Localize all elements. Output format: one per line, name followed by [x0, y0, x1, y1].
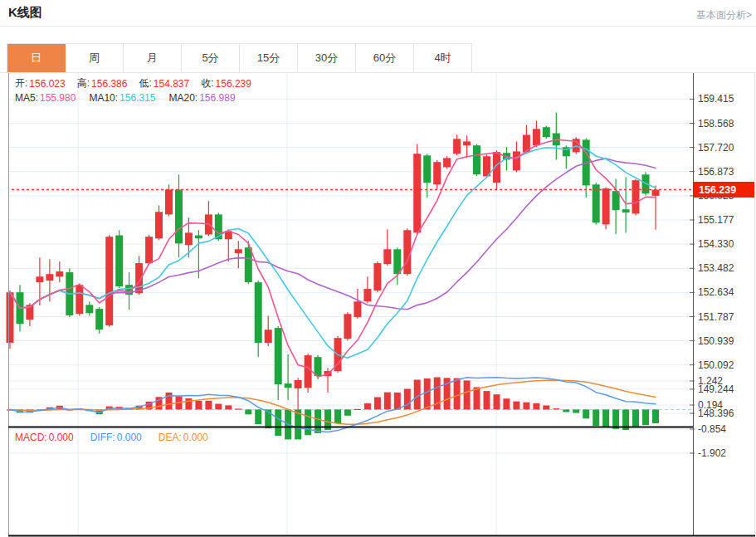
svg-text:152.634: 152.634 — [698, 286, 734, 298]
ma-info-row: MA5:155.980 MA10:156.315 MA20:156.989 — [15, 92, 236, 104]
ma5-value: MA5:155.980 — [15, 92, 76, 104]
svg-text:158.568: 158.568 — [698, 118, 734, 129]
kline-chart-area: 159.415158.568157.720156.873156.025155.1… — [0, 73, 756, 537]
open-value: 开:156.023 — [15, 76, 66, 90]
tab-15min[interactable]: 15分 — [240, 44, 298, 72]
price-axis: 159.415158.568157.720156.873156.025155.1… — [690, 93, 734, 459]
close-value: 收:156.239 — [201, 76, 251, 90]
svg-text:-0.854: -0.854 — [698, 423, 726, 435]
tab-day[interactable]: 日 — [7, 44, 66, 72]
svg-text:156.873: 156.873 — [698, 166, 734, 178]
tab-4hour[interactable]: 4时 — [414, 44, 472, 72]
tab-60min[interactable]: 60分 — [356, 44, 414, 72]
tab-week[interactable]: 周 — [66, 44, 124, 72]
current-price-badge: 156.239 — [694, 182, 754, 198]
high-value: 高:156.386 — [77, 76, 128, 90]
fundamental-analysis-link[interactable]: 基本面分析> — [696, 8, 752, 22]
macd-value: MACD:0.000 — [15, 432, 74, 443]
period-tab-bar: 日 周 月 5分 15分 30分 60分 4时 — [7, 43, 472, 72]
dea-value: DEA:0.000 — [159, 432, 208, 443]
svg-text:150.939: 150.939 — [698, 335, 734, 347]
svg-text:150.092: 150.092 — [698, 359, 734, 371]
svg-text:153.482: 153.482 — [698, 262, 734, 274]
tab-30min[interactable]: 30分 — [298, 44, 356, 72]
tab-5min[interactable]: 5分 — [182, 44, 240, 72]
ma20-value: MA20:156.989 — [168, 92, 235, 104]
svg-text:157.720: 157.720 — [698, 142, 734, 154]
svg-text:155.177: 155.177 — [698, 214, 734, 226]
page-title: K线图 — [8, 5, 42, 21]
kline-chart-canvas[interactable]: 159.415158.568157.720156.873156.025155.1… — [0, 73, 756, 537]
title-divider — [0, 26, 756, 27]
tab-month[interactable]: 月 — [124, 44, 182, 72]
svg-text:154.330: 154.330 — [698, 238, 734, 250]
macd-histogram — [7, 378, 659, 440]
svg-text:159.415: 159.415 — [698, 93, 734, 105]
svg-text:151.787: 151.787 — [698, 311, 734, 323]
candles-layer — [7, 112, 660, 413]
ma10-value: MA10:156.315 — [89, 92, 155, 104]
ohlc-info-row: 开:156.023 高:156.386 低:154.837 收:156.239 — [15, 76, 251, 90]
svg-text:-1.902: -1.902 — [698, 447, 726, 459]
macd-info-row: MACD:0.000 DIFF:0.000 DEA:0.000 — [15, 432, 208, 443]
svg-text:156.239: 156.239 — [699, 184, 736, 196]
svg-text:1.242: 1.242 — [698, 375, 723, 387]
diff-value: DIFF:0.000 — [90, 432, 142, 443]
kline-page: { "header": { "title": "K线图", "link": "基… — [0, 0, 756, 537]
low-value: 低:154.837 — [139, 76, 189, 90]
svg-text:0.194: 0.194 — [698, 399, 723, 411]
